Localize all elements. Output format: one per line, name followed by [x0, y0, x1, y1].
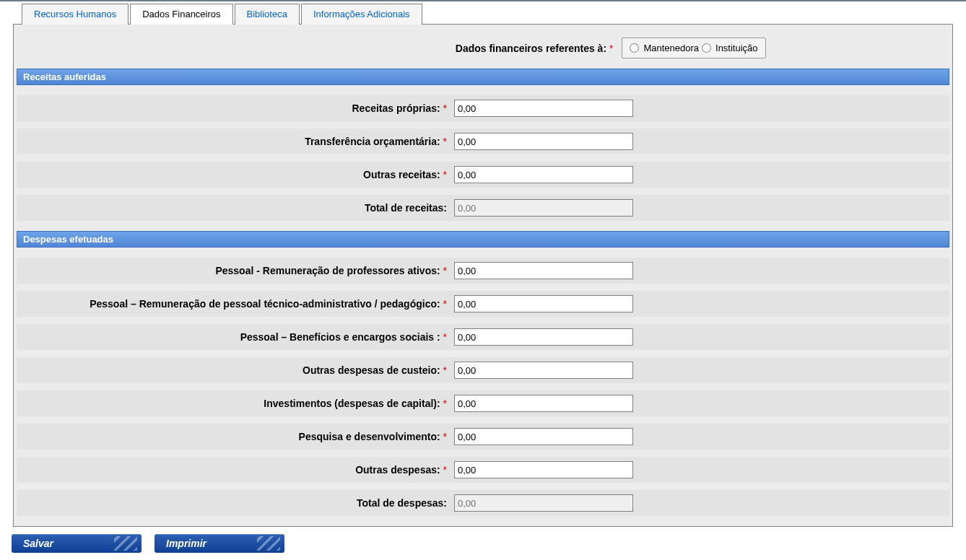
section-header-despesas: Despesas efetuadas [17, 231, 949, 248]
input-beneficios[interactable] [454, 328, 633, 346]
tab-bar: Recursos Humanos Dados Financeiros Bibli… [0, 1, 966, 24]
required-asterisk: * [443, 136, 447, 147]
label-professores: Pessoal - Remuneração de professores ati… [17, 265, 450, 276]
row-transferencia-orcamentaria: Transferência orçamentária: * [17, 128, 949, 154]
input-tecnico-administrativo[interactable] [454, 295, 633, 312]
row-custeio: Outras despesas de custeio: * [17, 357, 949, 383]
input-total-despesas [454, 494, 633, 512]
required-asterisk: * [443, 169, 447, 180]
required-asterisk: * [443, 398, 447, 409]
input-receitas-proprias[interactable] [454, 100, 633, 117]
required-asterisk: * [443, 102, 447, 114]
section-header-receitas: Receitas auferidas [17, 69, 949, 85]
label-beneficios: Pessoal – Benefícios e encargos sociais … [17, 331, 450, 343]
required-asterisk: * [443, 265, 447, 276]
radio-instituicao[interactable] [702, 43, 711, 53]
label-tecnico-administrativo: Pessoal – Remuneração de pessoal técnico… [17, 298, 450, 310]
label-total-receitas: Total de receitas: [17, 202, 450, 214]
required-asterisk: * [443, 464, 447, 476]
row-total-despesas: Total de despesas: [17, 490, 949, 516]
radio-mantenedora-label: Mantenedora [643, 43, 699, 53]
button-bar: Salvar Imprimir [0, 527, 966, 553]
required-asterisk: * [609, 43, 613, 54]
row-pesquisa: Pesquisa e desenvolvimento: * [17, 424, 949, 450]
label-transferencia-orcamentaria: Transferência orçamentária: * [17, 136, 450, 147]
section-body-despesas: Pessoal - Remuneração de professores ati… [17, 252, 949, 516]
radio-instituicao-label: Instituição [715, 43, 758, 53]
row-outras-despesas: Outras despesas: * [17, 457, 949, 483]
referente-label: Dados financeiros referentes à: * [200, 43, 613, 54]
row-total-receitas: Total de receitas: [17, 195, 949, 221]
row-beneficios: Pessoal – Benefícios e encargos sociais … [17, 324, 949, 350]
input-outras-despesas[interactable] [454, 461, 633, 478]
input-professores[interactable] [454, 262, 633, 279]
required-asterisk: * [443, 431, 447, 442]
radio-mantenedora[interactable] [630, 43, 639, 53]
label-investimentos: Investimentos (despesas de capital): * [17, 398, 450, 409]
tab-biblioteca[interactable]: Biblioteca [235, 4, 300, 25]
required-asterisk: * [443, 298, 447, 310]
row-investimentos: Investimentos (despesas de capital): * [17, 390, 949, 416]
referente-radio-group: Mantenedora Instituição [622, 38, 765, 58]
label-total-despesas: Total de despesas: [17, 497, 450, 509]
section-body-receitas: Receitas próprias: * Transferência orçam… [17, 89, 949, 221]
referente-row: Dados financeiros referentes à: * Manten… [14, 25, 952, 69]
label-outras-receitas: Outras receitas: * [17, 169, 450, 180]
row-tecnico-administrativo: Pessoal – Remuneração de pessoal técnico… [17, 291, 949, 317]
imprimir-button[interactable]: Imprimir [155, 534, 284, 553]
tab-informacoes-adicionais[interactable]: Informações Adicionais [301, 4, 422, 25]
tab-dados-financeiros[interactable]: Dados Financeiros [130, 4, 232, 25]
required-asterisk: * [443, 364, 447, 376]
input-pesquisa[interactable] [454, 428, 633, 445]
input-custeio[interactable] [454, 362, 633, 379]
label-outras-despesas: Outras despesas: * [17, 464, 450, 476]
input-outras-receitas[interactable] [454, 166, 633, 183]
label-receitas-proprias: Receitas próprias: * [17, 102, 450, 114]
row-outras-receitas: Outras receitas: * [17, 162, 949, 188]
tab-recursos-humanos[interactable]: Recursos Humanos [22, 4, 129, 25]
required-asterisk: * [443, 331, 447, 343]
salvar-button[interactable]: Salvar [12, 534, 142, 553]
label-pesquisa: Pesquisa e desenvolvimento: * [17, 431, 450, 442]
input-transferencia-orcamentaria[interactable] [454, 133, 633, 150]
input-total-receitas [454, 199, 633, 216]
content-panel: Dados financeiros referentes à: * Manten… [13, 24, 953, 527]
row-professores: Pessoal - Remuneração de professores ati… [17, 258, 949, 284]
label-custeio: Outras despesas de custeio: * [17, 364, 450, 376]
row-receitas-proprias: Receitas próprias: * [17, 95, 949, 121]
input-investimentos[interactable] [454, 395, 633, 412]
